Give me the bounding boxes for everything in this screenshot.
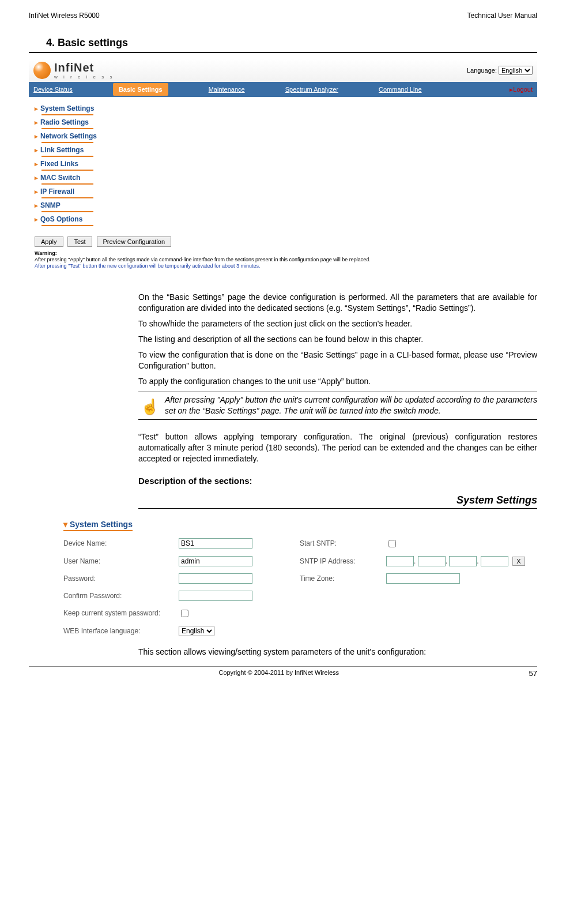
header-left: InfiNet Wireless R5000 xyxy=(29,12,100,20)
logout-link[interactable]: ▸Logout xyxy=(510,86,533,93)
label-device-name: Device Name: xyxy=(63,539,179,547)
checkbox-keep-password[interactable] xyxy=(181,610,188,617)
language-label: Language: xyxy=(467,67,497,74)
sidebar-item-mac[interactable]: ▸MAC Switch xyxy=(35,172,531,183)
nav-device-status[interactable]: Device Status xyxy=(33,86,73,93)
caret-icon: ▸ xyxy=(35,188,38,196)
caret-icon: ▸ xyxy=(35,147,38,154)
input-device-name[interactable] xyxy=(179,538,252,549)
navbar: Device Status Basic Settings Maintenance… xyxy=(29,82,537,97)
system-settings-heading: System Settings xyxy=(138,493,537,509)
select-web-lang[interactable]: English xyxy=(179,626,214,636)
label-sntp-ip: SNTP IP Address: xyxy=(300,557,386,565)
sidebar-label: Network Settings xyxy=(40,132,97,140)
nav-maintenance[interactable]: Maintenance xyxy=(209,86,245,93)
input-user-name[interactable] xyxy=(179,556,252,566)
clear-ip-button[interactable]: X xyxy=(512,557,525,566)
button-row: Apply Test Preview Configuration xyxy=(29,233,537,250)
description-heading: Description of the sections: xyxy=(138,475,537,487)
logo-icon xyxy=(33,62,51,79)
para: To view the configuration that is done o… xyxy=(138,350,537,371)
caret-icon: ▸ xyxy=(35,133,38,140)
caret-icon: ▸ xyxy=(35,160,38,168)
sidebar-item-network[interactable]: ▸Network Settings xyxy=(35,130,531,142)
sidebar-item-system[interactable]: ▸System Settings xyxy=(35,103,531,114)
hand-icon: ☝ xyxy=(138,395,165,417)
sidebar-label: SNMP xyxy=(40,201,61,209)
page-header: InfiNet Wireless R5000 Technical User Ma… xyxy=(29,12,537,20)
checkbox-start-sntp[interactable] xyxy=(388,540,396,547)
caret-icon: ▸ xyxy=(35,174,38,182)
warning-line: After pressing "Apply" button all the se… xyxy=(35,257,371,262)
body-text: On the “Basic Settings” page the device … xyxy=(138,292,537,509)
para: The listing and description of all the s… xyxy=(138,334,537,345)
input-timezone[interactable] xyxy=(386,573,460,584)
screenshot-system-settings: ▾ System Settings Device Name: Start SNT… xyxy=(29,517,537,642)
label-web-lang: WEB Interface language: xyxy=(63,627,179,635)
nav-command-line[interactable]: Command Line xyxy=(379,86,422,93)
caret-down-icon: ▾ xyxy=(63,520,67,529)
para: To show/hide the parameters of the secti… xyxy=(138,318,537,329)
sidebar-item-radio[interactable]: ▸Radio Settings xyxy=(35,117,531,128)
sntp-ip-row: . . . X xyxy=(386,556,537,566)
header-right: Technical User Manual xyxy=(467,12,537,20)
sidebar-item-snmp[interactable]: ▸SNMP xyxy=(35,200,531,211)
label-keep: Keep current system password: xyxy=(63,609,179,617)
footer: Copyright © 2004-2011 by InfiNet Wireles… xyxy=(29,666,537,678)
caret-icon: ▸ xyxy=(35,202,38,209)
note-text: After pressing "Apply" button the unit's… xyxy=(165,395,537,417)
ss2-title: System Settings xyxy=(70,520,133,529)
logo-subtext: w i r e l e s s xyxy=(54,74,114,80)
sidebar-label: Fixed Links xyxy=(40,160,78,168)
para: To apply the configuration changes to th… xyxy=(138,376,537,387)
label-user-name: User Name: xyxy=(63,557,179,565)
label-confirm: Confirm Password: xyxy=(63,592,179,600)
logo: InfiNet w i r e l e s s xyxy=(33,61,114,80)
language-selector[interactable]: Language: English xyxy=(467,66,533,75)
sidebar-item-ipfw[interactable]: ▸IP Firewall xyxy=(35,186,531,197)
ip-octet[interactable] xyxy=(449,556,477,566)
para: This section allows viewing/setting syst… xyxy=(138,647,537,658)
sidebar: ▸System Settings ▸Radio Settings ▸Networ… xyxy=(29,97,537,233)
apply-button[interactable]: Apply xyxy=(35,236,63,247)
label-start-sntp: Start SNTP: xyxy=(300,539,386,547)
sidebar-label: QoS Options xyxy=(40,215,82,223)
caret-icon: ▸ xyxy=(35,216,38,223)
input-password[interactable] xyxy=(179,573,252,584)
ip-octet[interactable] xyxy=(481,556,508,566)
sidebar-item-qos[interactable]: ▸QoS Options xyxy=(35,213,531,225)
ip-octet[interactable] xyxy=(386,556,414,566)
screenshot-basic-settings: InfiNet w i r e l e s s Language: Englis… xyxy=(29,59,537,275)
ss2-header[interactable]: ▾ System Settings xyxy=(63,517,537,530)
test-button[interactable]: Test xyxy=(67,236,92,247)
nav-spectrum[interactable]: Spectrum Analyzer xyxy=(285,86,338,93)
body-text-tail: This section allows viewing/setting syst… xyxy=(138,647,537,658)
input-confirm[interactable] xyxy=(179,591,252,601)
sidebar-label: IP Firewall xyxy=(40,187,74,196)
ip-octet[interactable] xyxy=(418,556,446,566)
sidebar-label: Radio Settings xyxy=(40,118,89,126)
caret-icon: ▸ xyxy=(35,119,38,126)
copyright: Copyright © 2004-2011 by InfiNet Wireles… xyxy=(218,669,339,678)
warning-line: After pressing "Test" button the new con… xyxy=(35,263,261,269)
warning-head: Warning: xyxy=(35,250,531,257)
title-rule xyxy=(29,52,537,53)
nav-basic-settings[interactable]: Basic Settings xyxy=(113,83,168,96)
preview-button[interactable]: Preview Configuration xyxy=(97,236,172,247)
sidebar-item-link[interactable]: ▸Link Settings xyxy=(35,144,531,156)
para: “Test” button allows applying temporary … xyxy=(138,431,537,464)
sidebar-label: Link Settings xyxy=(40,146,84,154)
language-select[interactable]: English xyxy=(499,66,533,75)
section-title: 4. Basic settings xyxy=(46,37,537,49)
sidebar-label: MAC Switch xyxy=(40,174,80,182)
form-grid: Device Name: Start SNTP: User Name: SNTP… xyxy=(63,538,537,636)
warning-text: Warning: After pressing "Apply" button a… xyxy=(29,250,537,275)
para: On the “Basic Settings” page the device … xyxy=(138,292,537,314)
sidebar-label: System Settings xyxy=(40,104,94,112)
sidebar-item-fixed[interactable]: ▸Fixed Links xyxy=(35,158,531,170)
logo-text: InfiNet xyxy=(54,61,114,74)
caret-icon: ▸ xyxy=(35,105,38,112)
label-timezone: Time Zone: xyxy=(300,574,386,583)
label-password: Password: xyxy=(63,574,179,583)
page-number: 57 xyxy=(529,669,537,678)
